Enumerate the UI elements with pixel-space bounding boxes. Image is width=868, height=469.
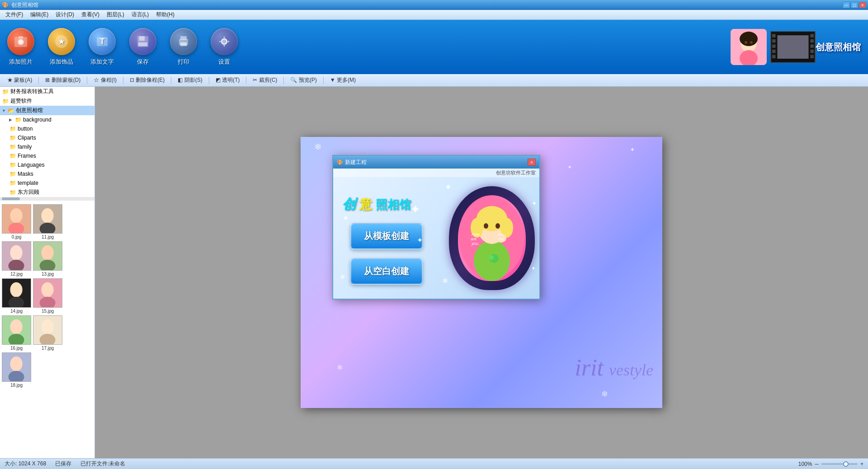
thumbnail-13[interactable]: 13.jpg (33, 241, 62, 277)
thumbnail-12[interactable]: 12.jpg (2, 241, 31, 277)
sparkle-4: ❄ (340, 273, 345, 281)
tree-item-frames[interactable]: 📁 Frames (0, 151, 94, 160)
tree-item-dongfang[interactable]: 📁 东方回顾 (0, 188, 94, 197)
zoom-decrease-btn[interactable]: ─ (815, 461, 819, 467)
menu-view[interactable]: 查看(V) (78, 10, 103, 19)
mask-button[interactable]: ★ 蒙板(A) (4, 75, 36, 85)
svg-text:me: me (499, 237, 505, 241)
canvas-watermark-text: irit vestyle (575, 354, 653, 381)
tree-item-caiwu[interactable]: 📁 财务报表转换工具 (0, 87, 94, 96)
menu-edit[interactable]: 编辑(E) (27, 10, 52, 19)
tree-item-chaochao[interactable]: 📁 超赞软件 (0, 96, 94, 106)
mirror-inner: How are you.. It's me (458, 195, 526, 281)
menu-language[interactable]: 语言(L) (128, 10, 153, 19)
dlg-snow-1: ✦ (444, 182, 452, 192)
snow-decoration-5: ✦ (567, 164, 572, 170)
image-btn[interactable]: ☆ 像程(I) (90, 75, 120, 85)
dialog-titlebar: 🎨 新建工程 × (333, 156, 539, 169)
transparent-btn[interactable]: ◩ 透明(T) (212, 75, 244, 85)
dialog-right-panel: How are you.. It's me (440, 177, 539, 299)
svg-rect-22 (772, 34, 776, 38)
svg-rect-3 (19, 36, 23, 38)
thumbnail-14[interactable]: 14.jpg (2, 278, 31, 314)
svg-point-46 (10, 282, 22, 297)
status-save: 已保存 (55, 460, 71, 468)
thumbnail-18[interactable]: 18.jpg (2, 352, 31, 388)
menubar: 文件(F) 编辑(E) 设计(D) 查看(V) 图层(L) 语言(L) 帮助(H… (0, 10, 868, 20)
new-project-dialog: 🎨 新建工程 × 创意坊软件工作室 创 意 照相馆 ✦ (332, 155, 540, 300)
tree-item-template[interactable]: 📁 template (0, 178, 94, 188)
expand-arrow: ▼ (2, 108, 7, 113)
thumbnail-16[interactable]: 16.jpg (2, 315, 31, 351)
svg-point-75 (489, 255, 494, 260)
svg-point-19 (745, 41, 747, 44)
delete-mask-button[interactable]: ⊠ 删除蒙板(D) (42, 75, 84, 85)
zoom-level-label: 100% (798, 461, 812, 467)
menu-design[interactable]: 设计(D) (52, 10, 78, 19)
menu-file[interactable]: 文件(F) (2, 10, 27, 19)
settings-button[interactable]: 设置 (211, 28, 238, 66)
maximize-button[interactable]: □ (851, 2, 858, 8)
menu-layer[interactable]: 图层(L) (103, 10, 128, 19)
dialog-title: 新建工程 (345, 159, 367, 166)
more-btn[interactable]: ▼ 更多(M) (326, 75, 359, 85)
svg-text:T: T (100, 37, 105, 46)
svg-point-14 (222, 39, 227, 44)
thumbnail-11[interactable]: 11.jpg (33, 204, 62, 239)
add-text-icon: T (89, 28, 116, 55)
add-photo-button[interactable]: 添加照片 (7, 28, 34, 66)
tree-item-chuangyi[interactable]: ▼ 📂 创意照相馆 (0, 106, 94, 115)
svg-rect-23 (772, 39, 776, 43)
folder-icon-df: 📁 (9, 189, 16, 196)
zoom-increase-btn[interactable]: + (860, 461, 863, 467)
folder-icon-fam: 📁 (9, 143, 16, 150)
thumbnail-grid: 0.jpg 11.jpg (0, 202, 94, 389)
thumbnail-0[interactable]: 0.jpg (2, 204, 31, 239)
minimize-button[interactable]: ─ (843, 2, 850, 8)
statusbar: 大小: 1024 X 768 已保存 已打开文件:未命名 100% ─ + (0, 458, 868, 469)
tree-item-button[interactable]: 📁 button (0, 124, 94, 133)
titlebar-title: 创意照相馆 (11, 1, 38, 9)
save-button[interactable]: 保存 (129, 28, 156, 66)
svg-point-34 (10, 208, 22, 223)
dialog-app-title: 创 意 照相馆 (342, 195, 411, 214)
shadow-btn[interactable]: ◧ 阴影(S) (174, 75, 206, 85)
zoom-slider[interactable] (821, 463, 858, 465)
add-text-button[interactable]: T 添加文字 (89, 28, 116, 66)
thumbnail-17[interactable]: 17.jpg (33, 315, 62, 351)
divider-5 (209, 77, 209, 84)
snow-decoration-1: ❄ (314, 141, 322, 152)
tree-item-masks[interactable]: 📁 Masks (0, 169, 94, 178)
menu-help[interactable]: 帮助(H) (152, 10, 178, 19)
tree-item-family[interactable]: 📁 family (0, 142, 94, 151)
dialog-subtitle: 创意坊软件工作室 (333, 169, 539, 177)
create-from-template-button[interactable]: 从模板创建 (350, 223, 423, 249)
preview-btn[interactable]: 🔍 预览(P) (287, 75, 320, 85)
logo-character (731, 29, 767, 65)
svg-rect-24 (772, 44, 776, 48)
print-button[interactable]: 打印 (170, 28, 197, 66)
svg-point-52 (10, 319, 22, 334)
close-button[interactable]: × (859, 2, 866, 8)
svg-point-20 (750, 41, 753, 44)
dlg-snow-2: ✦ (532, 200, 537, 207)
folder-icon-tmpl: 📁 (9, 179, 16, 187)
tree-item-cliparts[interactable]: 📁 Cliparts (0, 133, 94, 142)
app-logo: 创意照相馆 (731, 29, 861, 65)
tree-item-background[interactable]: ▶ 📁 background (0, 115, 94, 124)
dialog-close-button[interactable]: × (528, 159, 536, 166)
svg-point-2 (19, 40, 23, 44)
dialog-body: 创 意 照相馆 ✦ ✦ ✦ ❄ 从模板创建 从空白创建 (333, 177, 539, 299)
add-sticker-button[interactable]: ★ 添加饰品 (48, 28, 75, 66)
svg-rect-32 (777, 35, 808, 59)
mirror-frame: How are you.. It's me (449, 186, 535, 290)
svg-rect-25 (772, 50, 776, 53)
h-scrollbar[interactable] (0, 197, 94, 201)
create-from-blank-button[interactable]: 从空白创建 (350, 258, 423, 285)
thumbnail-15[interactable]: 15.jpg (33, 278, 62, 314)
app-name-label: 创意照相馆 (816, 41, 861, 53)
crop-btn[interactable]: ✂ 裁剪(C) (249, 75, 281, 85)
delete-image-btn[interactable]: ⊡ 删除像程(E) (126, 75, 168, 85)
divider-7 (283, 77, 284, 84)
tree-item-languages[interactable]: 📁 Languages (0, 160, 94, 169)
